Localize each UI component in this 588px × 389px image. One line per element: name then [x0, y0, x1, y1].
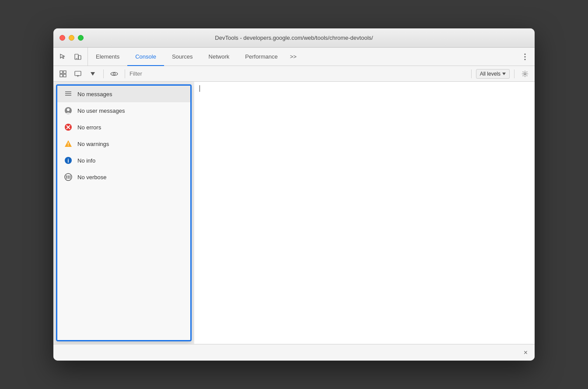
- svg-point-13: [113, 73, 116, 75]
- toolbar-separator: [103, 69, 104, 78]
- cursor-blink: [200, 85, 200, 92]
- console-filter-dropdown: No messages No user messages: [56, 84, 192, 341]
- tab-performance[interactable]: Performance: [237, 48, 285, 66]
- svg-rect-6: [60, 71, 63, 73]
- svg-point-28: [68, 176, 69, 177]
- svg-rect-1: [78, 56, 81, 59]
- console-other-icon[interactable]: [72, 68, 84, 80]
- more-tabs-button[interactable]: >>: [286, 48, 301, 66]
- svg-point-27: [66, 176, 67, 177]
- svg-rect-10: [75, 71, 81, 76]
- devtools-window: DevTools - developers.google.com/web/too…: [53, 28, 535, 361]
- window-title: DevTools - developers.google.com/web/too…: [215, 35, 373, 41]
- console-repl[interactable]: [194, 82, 535, 344]
- svg-point-14: [524, 73, 526, 75]
- inspect-icon[interactable]: [57, 51, 69, 63]
- tab-bar: Elements Console Sources Network Perform…: [53, 48, 535, 66]
- svg-point-31: [68, 177, 69, 179]
- console-screenshot-icon[interactable]: [57, 68, 69, 80]
- toolbar-right: [515, 48, 535, 66]
- filter-no-warnings[interactable]: ! No warnings: [57, 135, 190, 152]
- svg-point-30: [66, 177, 67, 179]
- bottom-bar: ×: [53, 344, 535, 361]
- svg-point-4: [525, 56, 526, 57]
- toolbar-separator-3: [471, 69, 472, 78]
- svg-text:i: i: [67, 158, 69, 164]
- svg-rect-9: [63, 74, 66, 77]
- filter-no-messages[interactable]: No messages: [57, 86, 190, 102]
- main-tabs: Elements Console Sources Network Perform…: [88, 48, 301, 66]
- dropdown-toggle-icon[interactable]: [87, 68, 99, 80]
- eye-icon[interactable]: [108, 68, 120, 80]
- svg-rect-7: [63, 71, 66, 73]
- filter-no-user-messages[interactable]: No user messages: [57, 102, 190, 119]
- svg-point-5: [525, 59, 526, 60]
- svg-rect-8: [60, 74, 63, 77]
- filter-no-info[interactable]: i No info: [57, 152, 190, 169]
- title-bar: DevTools - developers.google.com/web/too…: [53, 28, 535, 48]
- verbose-icon: [64, 173, 72, 181]
- svg-text:!: !: [67, 142, 69, 147]
- info-icon: i: [64, 156, 72, 164]
- minimize-button[interactable]: [69, 35, 74, 41]
- all-levels-dropdown[interactable]: All levels: [476, 69, 510, 79]
- console-cursor-line: [200, 85, 529, 92]
- tab-network[interactable]: Network: [201, 48, 238, 66]
- more-options-icon[interactable]: [519, 51, 531, 63]
- tab-console[interactable]: Console: [127, 48, 164, 66]
- tab-sources[interactable]: Sources: [164, 48, 201, 66]
- svg-point-3: [525, 53, 526, 55]
- toolbar-separator-2: [125, 69, 125, 78]
- toolbar-separator-4: [514, 69, 514, 78]
- filter-input[interactable]: [130, 70, 467, 77]
- close-devtools-button[interactable]: ×: [524, 349, 528, 357]
- traffic-lights: [60, 35, 84, 41]
- close-button[interactable]: [60, 35, 65, 41]
- svg-point-29: [70, 176, 71, 177]
- tab-elements[interactable]: Elements: [88, 48, 127, 66]
- user-message-icon: [64, 107, 72, 115]
- svg-point-32: [70, 177, 71, 179]
- error-icon: [64, 123, 72, 131]
- svg-point-26: [65, 174, 72, 181]
- filter-no-verbose[interactable]: No verbose: [57, 169, 190, 185]
- console-area: No messages No user messages: [53, 82, 535, 344]
- filter-group: [130, 70, 467, 77]
- console-toolbar: All levels: [53, 66, 535, 82]
- list-icon: [64, 90, 72, 98]
- filter-no-errors[interactable]: No errors: [57, 119, 190, 135]
- svg-point-19: [67, 108, 70, 111]
- maximize-button[interactable]: [78, 35, 84, 41]
- toolbar-icons: [53, 48, 88, 66]
- warning-icon: !: [64, 140, 72, 148]
- settings-icon[interactable]: [519, 68, 531, 80]
- device-mode-icon[interactable]: [72, 51, 84, 63]
